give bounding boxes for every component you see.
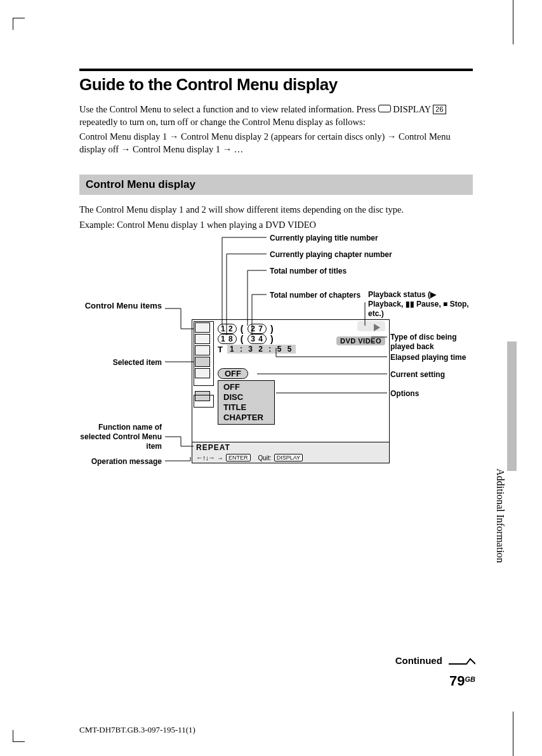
callout-elapsed-time: Elapsed playing time <box>390 353 466 362</box>
callout-playback-status: Playback status (▶ Playback, ▮▮ Pause, ■… <box>368 290 473 319</box>
callout-control-menu-items: Control Menu items <box>73 301 162 311</box>
osd-info-block: 1 2 (2 7) 1 8 (3 4) T 1 : 3 2 : 5 5 <box>218 324 296 354</box>
page-title: Guide to the Control Menu display <box>79 75 473 95</box>
continued-label: Continued <box>395 655 442 666</box>
option-item: DISC <box>223 392 269 402</box>
menu-icon-selected <box>195 357 210 367</box>
reference-number: 26 <box>433 105 446 114</box>
current-title-value: 1 2 <box>218 324 237 334</box>
quit-label: Quit: <box>258 454 272 461</box>
display-keycap: DISPLAY <box>274 454 303 461</box>
intro-paragraph: Use the Control Menu to select a functio… <box>79 103 473 128</box>
callout-chapter-number: Currently playing chapter number <box>270 250 392 260</box>
menu-icon <box>195 322 210 333</box>
menu-icon <box>195 334 210 344</box>
enter-keycap: ENTER <box>226 454 251 461</box>
content-column: Guide to the Control Menu display Use th… <box>79 69 473 532</box>
setting-options-block: OFF OFF DISC TITLE CHAPTER <box>218 368 275 425</box>
section-text: The Control Menu display 1 and 2 will sh… <box>79 204 473 216</box>
crop-mark <box>513 0 513 44</box>
callout-total-chapters: Total number of chapters <box>270 291 360 300</box>
callout-current-setting: Current setting <box>390 370 445 380</box>
callout-title-number: Currently playing title number <box>270 234 378 243</box>
operation-help-line: ←↑↓→ → ENTER Quit: DISPLAY <box>196 454 303 461</box>
section-heading: Control Menu display <box>79 175 473 195</box>
display-button-icon <box>378 105 391 112</box>
callout-selected-item: Selected item <box>86 358 162 368</box>
option-item: OFF <box>223 382 269 392</box>
callout-total-titles: Total number of titles <box>270 267 347 276</box>
heading-rule <box>79 69 473 71</box>
menu-icon <box>195 368 210 378</box>
options-list: OFF DISC TITLE CHAPTER <box>218 380 275 425</box>
callout-operation-message: Operation message <box>86 457 162 467</box>
current-chapter-value: 1 8 <box>218 334 237 344</box>
disc-type-badge: DVD VIDEO <box>336 336 385 345</box>
time-prefix: T <box>218 345 223 354</box>
section-tab-label: Additional Information <box>494 468 506 563</box>
intro-sequence: Control Menu display 1 → Control Menu di… <box>79 131 473 156</box>
manual-page: Guide to the Control Menu display Use th… <box>0 0 542 756</box>
total-titles-value: 2 7 <box>248 324 267 334</box>
menu-icon-column <box>195 322 214 402</box>
display-key-label: DISPLAY <box>393 104 430 114</box>
section-text: Example: Control Menu display 1 when pla… <box>79 219 473 232</box>
option-item: TITLE <box>223 402 269 413</box>
total-chapters-value: 3 4 <box>248 334 267 344</box>
continued-arrow-icon <box>449 656 475 667</box>
callout-options: Options <box>390 389 419 399</box>
menu-item-extra <box>194 395 214 408</box>
menu-icon <box>195 345 210 355</box>
osd-bottom-bar: REPEAT ←↑↓→ → ENTER Quit: DISPLAY <box>192 442 389 463</box>
document-id: CMT-DH7BT.GB.3-097-195-11(1) <box>79 725 195 735</box>
option-item: CHAPTER <box>223 413 269 423</box>
elapsed-time-value: 1 : 3 2 : 5 5 <box>227 345 296 354</box>
playback-status-area <box>357 321 385 331</box>
page-number-value: 79 <box>449 673 465 689</box>
callout-function-name: Function name of selected Control Menu i… <box>73 423 162 451</box>
callout-disc-type: Type of disc being played back <box>390 333 479 352</box>
continued-indicator: Continued <box>395 655 475 667</box>
function-name-value: REPEAT <box>196 443 230 452</box>
current-setting-value: OFF <box>218 368 248 379</box>
crop-mark <box>513 712 513 756</box>
intro-text: Use the Control Menu to select a functio… <box>79 104 376 114</box>
crop-mark <box>13 730 25 742</box>
intro-text: repeatedly to turn on, turn off or chang… <box>79 117 366 127</box>
control-menu-diagram: Currently playing title number Currently… <box>79 234 473 532</box>
page-region: GB <box>465 675 476 683</box>
page-number: 79GB <box>449 673 475 689</box>
osd-screen: 1 2 (2 7) 1 8 (3 4) T 1 : 3 2 : 5 5 DVD … <box>192 319 390 463</box>
section-tab: Additional Information <box>507 342 517 471</box>
play-icon <box>374 324 380 331</box>
arrow-keys-icon: ←↑↓→ <box>196 454 215 461</box>
crop-mark <box>13 18 25 30</box>
